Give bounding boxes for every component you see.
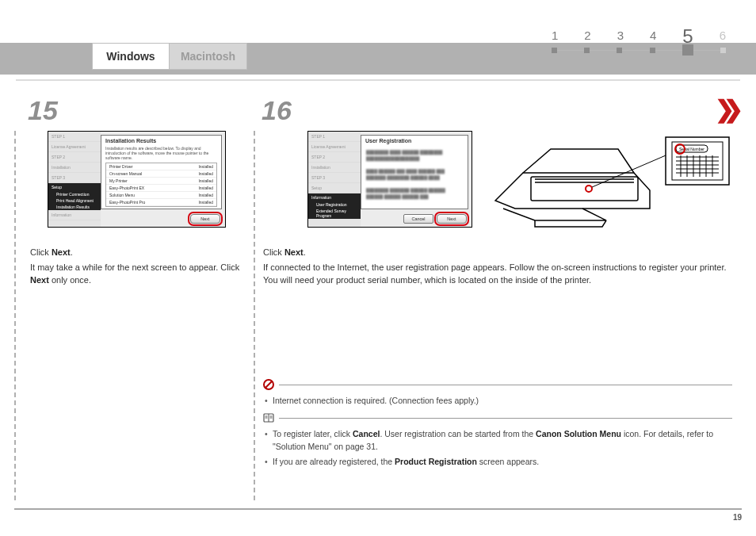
- info-note: To register later, click Cancel. User re…: [263, 412, 732, 470]
- side-survey: Extended Survey Program: [308, 208, 361, 219]
- step-1: 1: [552, 29, 558, 42]
- svg-line-21: [265, 381, 272, 388]
- step-number-16: 16: [262, 95, 292, 126]
- screenshot-user-registration: STEP 1 License Agreement STEP 2 Installa…: [307, 131, 472, 228]
- step16-instruction-2: If connected to the Internet, the user r…: [263, 262, 731, 287]
- side-installation: Installation: [308, 163, 361, 173]
- step-4: 4: [650, 29, 656, 42]
- side-user-reg: User Registration: [308, 201, 361, 208]
- os-tabs: Windows Macintosh: [92, 43, 247, 75]
- panel-title: Installation Results: [101, 136, 221, 146]
- continue-arrows-icon: ❯❯: [715, 95, 732, 123]
- side-setup: Setup: [48, 183, 101, 191]
- side-information: Information: [48, 210, 101, 220]
- side-setup: Setup: [308, 183, 361, 193]
- cancel-button[interactable]: Cancel: [403, 214, 433, 224]
- info-item-2: If you are already registered, the Produ…: [263, 456, 732, 469]
- side-printer-conn: Printer Connection: [48, 191, 101, 197]
- side-install-results: Installation Results: [48, 204, 101, 210]
- page-footer: 19: [14, 508, 742, 522]
- tab-windows[interactable]: Windows: [92, 43, 170, 70]
- step-3: 3: [617, 29, 624, 42]
- info-item-1: To register later, click Cancel. User re…: [263, 428, 732, 454]
- warn-item: Internet connection is required. (Connec…: [263, 395, 732, 408]
- header-rule: [16, 79, 740, 81]
- page-number: 19: [733, 513, 742, 522]
- side-step3: STEP 3: [48, 173, 101, 183]
- screenshot-installation-results: STEP 1 License Agreement STEP 2 Installa…: [48, 131, 226, 228]
- prohibit-icon: [263, 379, 274, 390]
- svg-rect-0: [531, 177, 638, 201]
- side-installation: Installation: [48, 163, 101, 173]
- step16-instruction-1: Click Next.: [263, 247, 723, 259]
- side-information: Information: [308, 193, 361, 201]
- side-step2: STEP 2: [308, 152, 361, 163]
- side-step2: STEP 2: [48, 152, 101, 163]
- step15-instruction-2: It may take a while for the next screen …: [30, 262, 248, 287]
- side-step1: STEP 1: [48, 132, 101, 142]
- book-icon: [263, 412, 274, 423]
- blurred-body: ████████ ████ ██████ ███████████████████…: [361, 146, 468, 203]
- panel-title: User Registration: [361, 136, 468, 146]
- step-indicator: 1 2 3 4 5 6: [552, 29, 726, 53]
- serial-number-label: Serial Number: [679, 147, 704, 151]
- side-print-head: Print Head Alignment: [48, 197, 101, 204]
- install-list: Printer DriverInstalled On-screen Manual…: [105, 163, 217, 207]
- step-number-15: 15: [28, 95, 58, 126]
- tab-macintosh[interactable]: Macintosh: [170, 43, 247, 70]
- warning-note: Internet connection is required. (Connec…: [263, 379, 732, 410]
- side-step3: STEP 3: [308, 173, 361, 183]
- panel-desc: Installation results are described below…: [101, 146, 221, 163]
- side-license: License Agreement: [308, 142, 361, 152]
- divider-left: [14, 131, 16, 500]
- side-step1: STEP 1: [308, 132, 361, 142]
- step-5-current: 5: [682, 30, 693, 44]
- next-button[interactable]: Next: [190, 214, 220, 224]
- printer-illustration: Serial Number: [487, 133, 733, 232]
- divider-mid: [254, 131, 255, 500]
- step-6: 6: [720, 29, 726, 42]
- step15-instruction-1: Click Next.: [30, 247, 244, 259]
- side-license: License Agreement: [48, 142, 101, 152]
- step-2: 2: [584, 29, 590, 42]
- next-button[interactable]: Next: [437, 214, 467, 224]
